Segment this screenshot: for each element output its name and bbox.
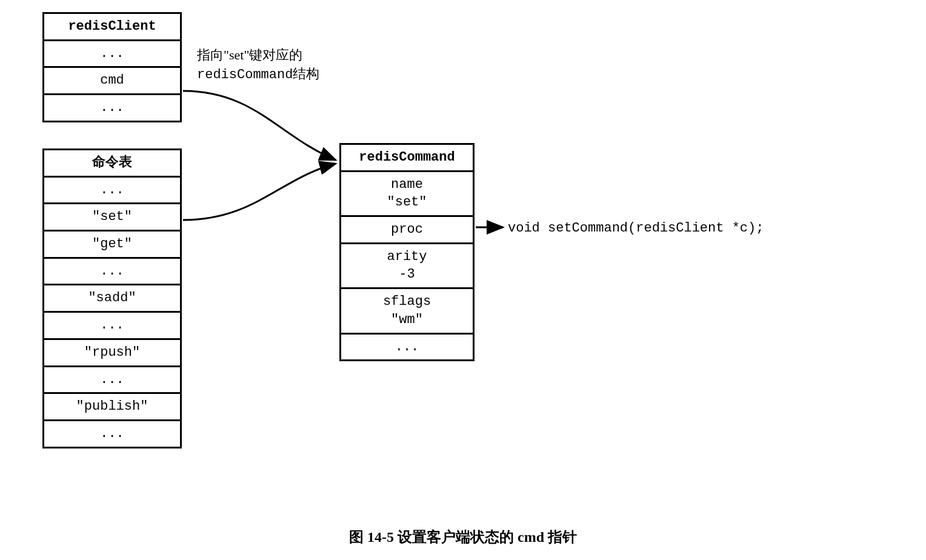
command-table-header: 命令表 bbox=[44, 150, 180, 176]
command-table-row: "publish" bbox=[44, 392, 180, 419]
redis-command-row-name: name "set" bbox=[341, 170, 473, 215]
redis-client-header: redisClient bbox=[44, 14, 180, 39]
redis-command-row-proc: proc bbox=[341, 215, 473, 242]
annotation-line2: redisCommand结构 bbox=[197, 67, 319, 82]
command-table-row: ... bbox=[44, 419, 180, 447]
command-table-row: "rpush" bbox=[44, 338, 180, 365]
command-table-row: ... bbox=[44, 311, 180, 338]
figure-caption: 图 14-5 设置客户端状态的 cmd 指针 bbox=[0, 527, 926, 547]
redis-client-row: ... bbox=[44, 39, 180, 67]
command-table-row: "sadd" bbox=[44, 284, 180, 311]
command-table-row: ... bbox=[44, 365, 180, 393]
command-table-row-set: "set" bbox=[44, 202, 180, 230]
redis-client-row: ... bbox=[44, 93, 180, 121]
annotation-pointer: 指向"set"键对应的 redisCommand结构 bbox=[197, 46, 319, 85]
command-table-row: "get" bbox=[44, 230, 180, 257]
redis-client-table: redisClient ... cmd ... bbox=[42, 12, 182, 122]
command-table-row: ... bbox=[44, 257, 180, 284]
diagram-canvas: redisClient ... cmd ... 命令表 ... "set" "g… bbox=[0, 0, 926, 560]
command-table-row: ... bbox=[44, 176, 180, 203]
redis-command-row: ... bbox=[341, 333, 473, 360]
command-table: 命令表 ... "set" "get" ... "sadd" ... "rpus… bbox=[42, 148, 182, 448]
proc-target: void setCommand(redisClient *c); bbox=[508, 219, 764, 238]
redis-client-row-cmd: cmd bbox=[44, 66, 180, 93]
annotation-line1: 指向"set"键对应的 bbox=[197, 47, 302, 62]
redis-command-header: redisCommand bbox=[341, 145, 473, 170]
redis-command-table: redisCommand name "set" proc arity -3 sf… bbox=[339, 143, 475, 361]
redis-command-row-arity: arity -3 bbox=[341, 242, 473, 287]
redis-command-row-sflags: sflags "wm" bbox=[341, 287, 473, 332]
